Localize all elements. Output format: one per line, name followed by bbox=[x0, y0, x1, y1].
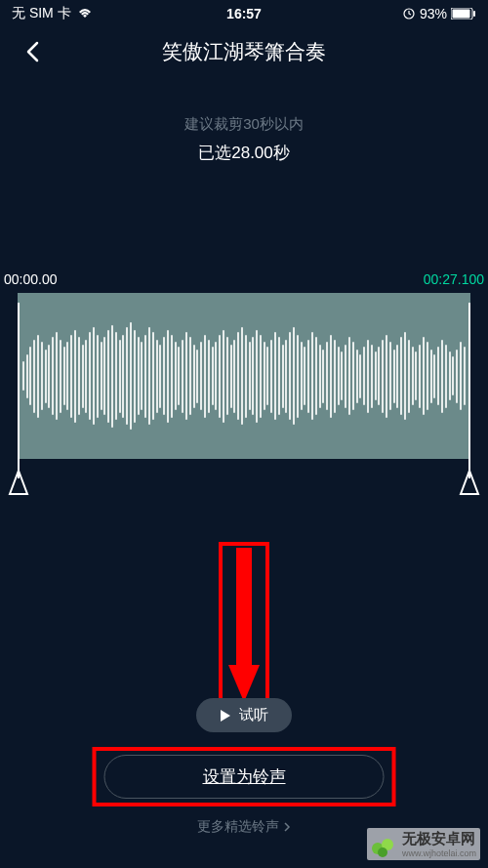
time-labels: 00:00.00 00:27.100 bbox=[0, 271, 488, 287]
more-ringtones-label: 更多精选铃声 bbox=[197, 818, 279, 836]
set-ringtone-label: 设置为铃声 bbox=[203, 767, 286, 786]
trim-line-left bbox=[18, 303, 20, 478]
page-title: 笑傲江湖琴箫合奏 bbox=[18, 38, 470, 65]
annotation-arrow bbox=[219, 542, 269, 714]
watermark-url: www.wjhotelai.com bbox=[402, 848, 476, 858]
status-bar: 无 SIM 卡 16:57 93% bbox=[0, 0, 488, 27]
watermark-logo-icon bbox=[371, 831, 398, 858]
watermark: 无极安卓网 www.wjhotelai.com bbox=[367, 828, 480, 860]
trim-line-right bbox=[468, 303, 470, 478]
hint-section: 建议裁剪30秒以内 已选28.00秒 bbox=[0, 115, 488, 164]
rotation-lock-icon bbox=[402, 7, 416, 21]
carrier-text: 无 SIM 卡 bbox=[12, 5, 71, 22]
battery-percent: 93% bbox=[420, 6, 447, 21]
svg-rect-2 bbox=[453, 10, 470, 19]
svg-rect-4 bbox=[236, 548, 252, 665]
back-button[interactable] bbox=[18, 37, 47, 66]
status-right: 93% bbox=[402, 6, 476, 21]
battery-icon bbox=[451, 8, 476, 20]
svg-rect-3 bbox=[473, 11, 475, 17]
annotation-highlight-box: 设置为铃声 bbox=[93, 747, 396, 806]
watermark-text: 无极安卓网 bbox=[402, 830, 476, 848]
trim-handle-left[interactable] bbox=[8, 469, 29, 496]
selected-duration: 已选28.00秒 bbox=[0, 142, 488, 164]
trim-handle-right[interactable] bbox=[459, 469, 480, 496]
audio-timeline[interactable]: 00:00.00 00:27.100 bbox=[0, 271, 488, 459]
svg-point-7 bbox=[378, 847, 387, 857]
time-end-label: 00:27.100 bbox=[424, 271, 484, 287]
chevron-left-icon bbox=[25, 41, 39, 62]
status-time: 16:57 bbox=[226, 6, 262, 21]
preview-button[interactable]: 试听 bbox=[196, 698, 292, 732]
play-icon bbox=[220, 709, 231, 723]
set-ringtone-button[interactable]: 设置为铃声 bbox=[104, 755, 385, 799]
wifi-icon bbox=[77, 8, 93, 20]
header: 笑傲江湖琴箫合奏 bbox=[0, 27, 488, 76]
preview-label: 试听 bbox=[239, 706, 268, 724]
status-left: 无 SIM 卡 bbox=[12, 5, 93, 22]
waveform-bars bbox=[18, 293, 470, 459]
time-start-label: 00:00.00 bbox=[4, 271, 58, 287]
trim-hint: 建议裁剪30秒以内 bbox=[0, 115, 488, 134]
waveform[interactable] bbox=[18, 293, 470, 459]
chevron-right-icon bbox=[283, 821, 291, 833]
more-ringtones-link[interactable]: 更多精选铃声 bbox=[197, 818, 291, 836]
